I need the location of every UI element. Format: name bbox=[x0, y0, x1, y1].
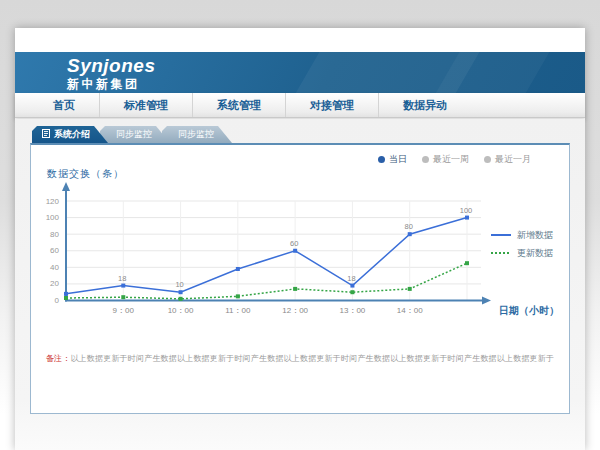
system-intro-panel: 当日最近一周最近一月 数据交换（条） 0204060801001209：0010… bbox=[30, 143, 570, 414]
nav-item-2[interactable]: 系统管理 bbox=[192, 93, 285, 117]
y-tick-label: 80 bbox=[50, 230, 59, 239]
line-chart: 0204060801001209：0010：0011：0012：0013：001… bbox=[31, 181, 569, 331]
range-option-label: 当日 bbox=[389, 153, 407, 166]
nav-item-4[interactable]: 数据异动 bbox=[378, 93, 471, 117]
x-tick-label: 9：00 bbox=[113, 306, 135, 315]
data-point bbox=[64, 292, 68, 296]
data-point bbox=[350, 284, 354, 288]
range-option-label: 最近一周 bbox=[433, 153, 469, 166]
y-tick-label: 100 bbox=[46, 213, 60, 222]
data-point-label: 10 bbox=[175, 280, 183, 289]
data-point bbox=[121, 295, 125, 299]
x-tick-label: 11：00 bbox=[225, 306, 251, 315]
data-point bbox=[408, 287, 412, 291]
tab-label: 系统介绍 bbox=[54, 128, 90, 141]
footer-note: 备注：以上数据更新于时间产生数据以上数据更新于时间产生数据以上数据更新于时间产生… bbox=[31, 353, 569, 364]
nav-item-3[interactable]: 对接管理 bbox=[285, 93, 378, 117]
x-tick-label: 12：00 bbox=[282, 306, 308, 315]
company-logo: Synjones 新中新集团 bbox=[67, 56, 155, 90]
legend-item-0[interactable]: 新增数据 bbox=[491, 230, 553, 240]
y-tick-label: 20 bbox=[50, 279, 59, 288]
data-point-label: 100 bbox=[460, 206, 473, 215]
tab-label: 同步监控 bbox=[178, 128, 214, 141]
desktop-background: Synjones 新中新集团 数据资源中心 管理员修改密码退出 首页标准管理系统… bbox=[0, 0, 600, 450]
data-point bbox=[236, 294, 240, 298]
time-range-group: 当日最近一周最近一月 bbox=[378, 153, 531, 166]
legend-label: 更新数据 bbox=[517, 248, 553, 258]
logo-text-cn: 新中新集团 bbox=[67, 78, 155, 90]
x-tick-label: 14：00 bbox=[397, 306, 423, 315]
legend-item-1[interactable]: 更新数据 bbox=[491, 248, 553, 258]
data-point-label: 60 bbox=[290, 239, 298, 248]
data-point bbox=[465, 261, 469, 265]
y-axis-arrow-icon bbox=[62, 182, 70, 191]
tab-2[interactable]: 同步监控 bbox=[162, 126, 232, 143]
note-prefix: 备注： bbox=[46, 354, 71, 363]
logo-text-en: Synjones bbox=[67, 56, 155, 75]
data-point-label: 18 bbox=[347, 274, 355, 283]
range-option-0[interactable]: 当日 bbox=[378, 153, 407, 166]
note-text: 以上数据更新于时间产生数据以上数据更新于时间产生数据以上数据更新于时间产生数据以… bbox=[70, 354, 554, 363]
data-point bbox=[293, 287, 297, 291]
data-point bbox=[465, 216, 469, 220]
x-axis-title: 日期（小时） bbox=[499, 305, 559, 316]
y-tick-label: 120 bbox=[46, 197, 60, 206]
nav-item-1[interactable]: 标准管理 bbox=[99, 93, 192, 117]
range-option-1[interactable]: 最近一周 bbox=[422, 153, 469, 166]
x-tick-label: 13：00 bbox=[340, 306, 366, 315]
data-point bbox=[350, 290, 354, 294]
tab-bar: 系统介绍同步监控同步监控 bbox=[32, 126, 232, 143]
data-point bbox=[179, 290, 183, 294]
legend-label: 新增数据 bbox=[517, 230, 553, 240]
app-header: Synjones 新中新集团 数据资源中心 管理员修改密码退出 bbox=[15, 52, 585, 93]
data-point-label: 80 bbox=[405, 222, 413, 231]
data-point bbox=[64, 296, 68, 300]
data-point bbox=[408, 232, 412, 236]
x-axis-arrow-icon bbox=[482, 297, 491, 305]
data-point bbox=[179, 297, 183, 301]
data-point bbox=[236, 267, 240, 271]
main-nav: 首页标准管理系统管理对接管理数据异动 bbox=[15, 93, 585, 118]
data-point-label: 18 bbox=[118, 274, 126, 283]
document-icon bbox=[42, 129, 50, 140]
radio-dot-icon bbox=[422, 156, 429, 163]
y-tick-label: 60 bbox=[50, 246, 59, 255]
y-tick-label: 40 bbox=[50, 263, 59, 272]
tab-label: 同步监控 bbox=[116, 128, 152, 141]
y-tick-label: 0 bbox=[55, 296, 60, 305]
chart-container: 0204060801001209：0010：0011：0012：0013：001… bbox=[31, 181, 569, 331]
data-point bbox=[121, 284, 125, 288]
tab-0[interactable]: 系统介绍 bbox=[32, 126, 108, 143]
y-axis-title: 数据交换（条） bbox=[47, 167, 124, 181]
radio-dot-icon bbox=[378, 156, 385, 163]
range-option-2[interactable]: 最近一月 bbox=[484, 153, 531, 166]
x-tick-label: 10：00 bbox=[168, 306, 194, 315]
radio-dot-icon bbox=[484, 156, 491, 163]
tab-1[interactable]: 同步监控 bbox=[100, 126, 170, 143]
nav-item-0[interactable]: 首页 bbox=[29, 93, 99, 117]
range-option-label: 最近一月 bbox=[495, 153, 531, 166]
data-point bbox=[293, 249, 297, 253]
